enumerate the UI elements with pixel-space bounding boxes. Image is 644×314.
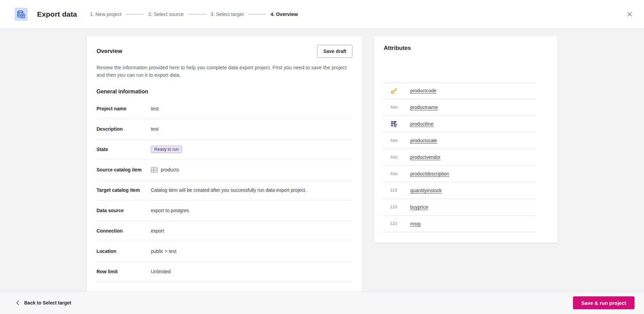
table-icon bbox=[151, 167, 158, 173]
attribute-link[interactable]: productvendor bbox=[410, 154, 441, 160]
attribute-row: 123quantityinstock bbox=[383, 182, 536, 199]
attribute-row: 123buyprice bbox=[383, 199, 536, 216]
row-value-text: test bbox=[151, 126, 159, 132]
chevron-left-icon bbox=[16, 300, 19, 306]
attribute-type-cell: Abc bbox=[383, 138, 410, 143]
number-type-label: 123 bbox=[390, 205, 397, 209]
step-select-target[interactable]: 3. Select target bbox=[210, 12, 244, 17]
row-value: public > test bbox=[151, 248, 176, 254]
back-to-select-target-button[interactable]: Back to Select target bbox=[16, 300, 71, 306]
row-value-text: test bbox=[151, 106, 159, 111]
attributes-title: Attributes bbox=[374, 45, 557, 52]
overview-row: Locationpublic > test bbox=[97, 241, 352, 262]
attribute-row: Abcproductdescription bbox=[383, 166, 536, 182]
overview-rows: Project nametestDescriptiontestStateRead… bbox=[97, 99, 352, 282]
attribute-type-cell: Abc bbox=[383, 155, 410, 160]
save-and-run-project-button[interactable]: Save & run project bbox=[573, 296, 634, 309]
attributes-list: productcodeAbcproductname productlineAbc… bbox=[383, 82, 536, 232]
row-value: Catalog item will be created after you s… bbox=[151, 187, 307, 193]
row-value-text: Catalog item will be created after you s… bbox=[151, 187, 307, 193]
row-value: Unlimited bbox=[151, 269, 171, 274]
step-select-source[interactable]: 2. Select source bbox=[148, 12, 184, 17]
number-type-label: 123 bbox=[390, 188, 397, 193]
row-label: Row limit bbox=[97, 269, 151, 274]
wizard-header: Export data 1. New project 2. Select sou… bbox=[0, 0, 644, 29]
row-value-text: export to postgres bbox=[151, 208, 189, 213]
attribute-row: 123msrp bbox=[383, 216, 536, 232]
attribute-link[interactable]: quantityinstock bbox=[410, 188, 442, 193]
overview-title: Overview bbox=[97, 48, 122, 55]
attribute-row: Abcproductname bbox=[383, 99, 536, 116]
attribute-link[interactable]: productname bbox=[410, 105, 438, 110]
attribute-row: productcode bbox=[383, 82, 536, 99]
attribute-type-cell: 123 bbox=[383, 188, 410, 193]
step-overview[interactable]: 4. Overview bbox=[271, 12, 298, 17]
attributes-card: Attributes productcodeAbcproductname pro… bbox=[374, 36, 557, 243]
row-label: Location bbox=[97, 248, 151, 254]
attribute-row: Abcproductvendor bbox=[383, 149, 536, 166]
overview-row: Descriptiontest bbox=[97, 119, 352, 140]
attribute-type-cell: Abc bbox=[383, 105, 410, 110]
state-badge: Ready to run bbox=[151, 146, 182, 153]
row-value: products bbox=[151, 167, 179, 173]
attribute-row: Abcproductscale bbox=[383, 132, 536, 149]
save-draft-button[interactable]: Save draft bbox=[317, 45, 352, 58]
row-value: export bbox=[151, 228, 164, 234]
row-value: export to postgres bbox=[151, 208, 189, 213]
step-new-project[interactable]: 1. New project bbox=[90, 12, 122, 17]
row-label: State bbox=[97, 147, 151, 152]
row-label: Target catalog item bbox=[97, 187, 151, 193]
attribute-type-cell: 123 bbox=[383, 205, 410, 209]
close-icon[interactable] bbox=[625, 10, 634, 19]
attribute-row: productline bbox=[383, 116, 536, 132]
row-value: test bbox=[151, 126, 159, 132]
row-label: Project name bbox=[97, 106, 151, 111]
number-type-label: 123 bbox=[390, 221, 397, 226]
row-label: Data source bbox=[97, 208, 151, 213]
catalog-item-name: products bbox=[161, 167, 179, 172]
wizard-footer: Back to Select target Save & run project bbox=[0, 291, 644, 314]
general-information-heading: General information bbox=[97, 89, 352, 95]
row-label: Description bbox=[97, 126, 151, 132]
row-label: Source catalog item bbox=[97, 167, 151, 172]
overview-row: Connectionexport bbox=[97, 221, 352, 241]
row-value: test bbox=[151, 106, 159, 111]
row-value-text: Unlimited bbox=[151, 269, 171, 274]
overview-description: Review the information provided here to … bbox=[97, 64, 351, 79]
attribute-link[interactable]: buyprice bbox=[410, 204, 428, 210]
overview-row: StateReady to run bbox=[97, 140, 352, 160]
row-label: Connection bbox=[97, 228, 151, 234]
attribute-type-cell: Abc bbox=[383, 171, 410, 176]
attribute-link[interactable]: productdescription bbox=[410, 171, 449, 177]
overview-card: Overview Save draft Review the informati… bbox=[87, 36, 362, 314]
wizard-stepper: 1. New project 2. Select source 3. Selec… bbox=[90, 12, 298, 17]
overview-row: Data sourceexport to postgres bbox=[97, 201, 352, 221]
overview-row: Source catalog item products bbox=[97, 160, 352, 180]
attribute-link[interactable]: productline bbox=[410, 121, 434, 127]
string-type-label: Abc bbox=[390, 138, 398, 143]
row-value-text: public > test bbox=[151, 248, 176, 254]
row-value: Ready to run bbox=[151, 146, 182, 153]
overview-row: Row limitUnlimited bbox=[97, 262, 352, 282]
attribute-link[interactable]: msrp bbox=[410, 221, 421, 226]
back-label: Back to Select target bbox=[24, 300, 71, 306]
overview-row: Target catalog itemCatalog item will be … bbox=[97, 180, 352, 201]
primary-key-icon bbox=[390, 87, 398, 95]
attribute-link[interactable]: productcode bbox=[410, 88, 436, 93]
row-value-text: export bbox=[151, 228, 164, 234]
attribute-type-cell bbox=[383, 120, 410, 128]
string-type-label: Abc bbox=[390, 171, 398, 176]
attribute-type-cell: 123 bbox=[383, 221, 410, 226]
foreign-key-icon bbox=[390, 120, 398, 128]
string-type-label: Abc bbox=[390, 105, 398, 110]
attribute-type-cell bbox=[383, 87, 410, 95]
attribute-link[interactable]: productscale bbox=[410, 138, 437, 143]
export-data-icon bbox=[15, 8, 28, 21]
step-connector bbox=[188, 14, 206, 15]
string-type-label: Abc bbox=[390, 155, 398, 160]
page-title: Export data bbox=[37, 10, 77, 18]
step-connector bbox=[248, 14, 266, 15]
overview-row: Project nametest bbox=[97, 99, 352, 119]
step-connector bbox=[125, 14, 144, 15]
